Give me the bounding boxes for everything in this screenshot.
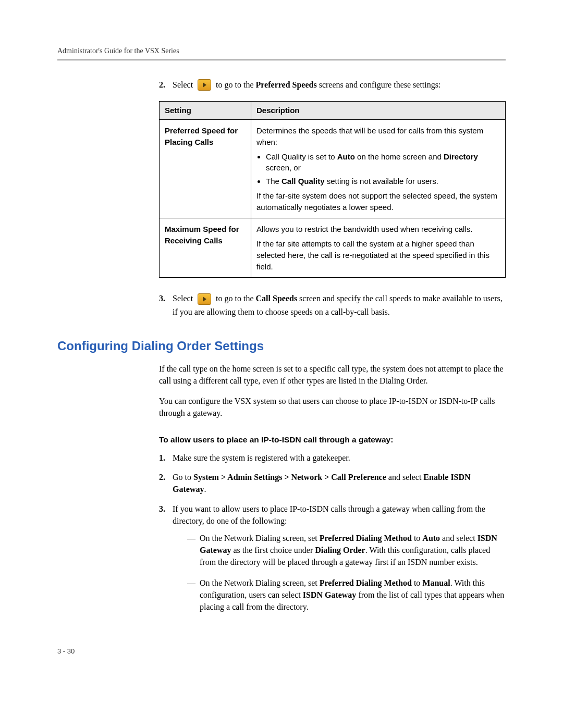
step-3: 3. Select to go to the Call Speeds scree… <box>159 292 506 318</box>
setting-label: Preferred Speed for Placing Calls <box>160 120 251 218</box>
step-number: 1. <box>159 452 173 464</box>
bold-text: Call Speeds <box>256 294 298 303</box>
section-body: If the call type on the home screen is s… <box>159 363 506 621</box>
text: Go to <box>173 473 193 482</box>
step-number: 2. <box>159 79 173 92</box>
bold-text: Directory <box>444 152 478 161</box>
list-item: The Call Quality setting is not availabl… <box>266 176 500 187</box>
running-header: Administrator's Guide for the VSX Series <box>57 47 506 60</box>
text: If the far site attempts to call the sys… <box>256 238 500 272</box>
content-top: 2. Select to go to the Preferred Speeds … <box>159 79 506 318</box>
list-item: On the Network Dialing screen, set Prefe… <box>187 532 506 569</box>
arrow-right-icon <box>198 79 211 91</box>
text: to go to the <box>216 80 255 89</box>
step-text: Make sure the system is registered with … <box>173 452 506 464</box>
procedure-list: 1. Make sure the system is registered wi… <box>159 452 506 621</box>
text: and select <box>440 534 478 542</box>
text: setting is not available for users. <box>325 177 438 186</box>
text: On the Network Dialing screen, set <box>200 578 320 587</box>
step-2: 2. Select to go to the Preferred Speeds … <box>159 79 506 92</box>
step-number: 2. <box>159 471 173 495</box>
step-text: Go to System > Admin Settings > Network … <box>173 471 506 495</box>
setting-label: Maximum Speed for Receiving Calls <box>160 218 251 278</box>
text: Select <box>173 294 193 303</box>
bold-text: Manual <box>422 578 450 587</box>
text: If the far-site system does not support … <box>256 190 500 213</box>
bold-text: Preferred Dialing Method <box>320 534 412 542</box>
list-item: 1. Make sure the system is registered wi… <box>159 452 506 464</box>
text: Call Quality is set to <box>266 152 337 161</box>
text: On the Network Dialing screen, set <box>200 534 320 542</box>
text: on the home screen and <box>355 152 444 161</box>
bold-text: Dialing Order <box>315 546 365 554</box>
text: screen, or <box>266 163 301 172</box>
step-number: 3. <box>159 503 173 622</box>
procedure-heading: To allow users to place an IP-to-ISDN ca… <box>159 434 506 446</box>
text: and select <box>386 473 424 482</box>
arrow-right-icon <box>198 293 211 305</box>
list-item: On the Network Dialing screen, set Prefe… <box>187 577 506 613</box>
text: to <box>412 578 422 587</box>
text: to <box>412 534 422 542</box>
list-item: Call Quality is set to Auto on the home … <box>266 151 500 174</box>
text: as the first choice under <box>231 546 315 554</box>
text: Determines the speeds that will be used … <box>256 125 500 148</box>
bold-text: Call Quality <box>282 177 325 186</box>
step-text: If you want to allow users to place IP-t… <box>173 503 506 622</box>
setting-description: Allows you to restrict the bandwidth use… <box>251 218 506 278</box>
section-heading: Configuring Dialing Order Settings <box>57 339 506 353</box>
text: The <box>266 177 282 186</box>
settings-table: Setting Description Preferred Speed for … <box>159 101 506 278</box>
bold-text: Preferred Dialing Method <box>320 578 412 587</box>
setting-description: Determines the speeds that will be used … <box>251 120 506 218</box>
list-item: 2. Go to System > Admin Settings > Netwo… <box>159 471 506 495</box>
bold-text: Auto <box>337 152 355 161</box>
text: . <box>204 485 206 493</box>
col-setting: Setting <box>160 102 251 120</box>
table-header-row: Setting Description <box>160 102 506 120</box>
paragraph: You can configure the VSX system so that… <box>159 395 506 419</box>
text: to go to the <box>216 294 255 303</box>
step-text: Select to go to the Preferred Speeds scr… <box>173 79 506 92</box>
list-item: 3. If you want to allow users to place I… <box>159 503 506 622</box>
bold-text: System > Admin Settings > Network > Call… <box>193 473 386 482</box>
page-number: 3 - 30 <box>57 647 506 655</box>
text: Allows you to restrict the bandwidth use… <box>256 224 500 235</box>
table-row: Preferred Speed for Placing Calls Determ… <box>160 120 506 218</box>
col-description: Description <box>251 102 506 120</box>
dash-list: On the Network Dialing screen, set Prefe… <box>187 532 506 613</box>
page: Administrator's Guide for the VSX Series… <box>0 0 563 686</box>
step-number: 3. <box>159 292 173 318</box>
paragraph: If the call type on the home screen is s… <box>159 363 506 387</box>
text: screens and configure these settings: <box>317 80 441 89</box>
bold-text: Preferred Speeds <box>256 80 317 89</box>
text: If you want to allow users to place IP-t… <box>173 504 485 525</box>
text: Select <box>173 80 193 89</box>
table-row: Maximum Speed for Receiving Calls Allows… <box>160 218 506 278</box>
bold-text: Auto <box>422 534 440 542</box>
step-text: Select to go to the Call Speeds screen a… <box>173 292 506 318</box>
bold-text: ISDN Gateway <box>303 590 357 599</box>
bullet-list: Call Quality is set to Auto on the home … <box>266 151 500 187</box>
